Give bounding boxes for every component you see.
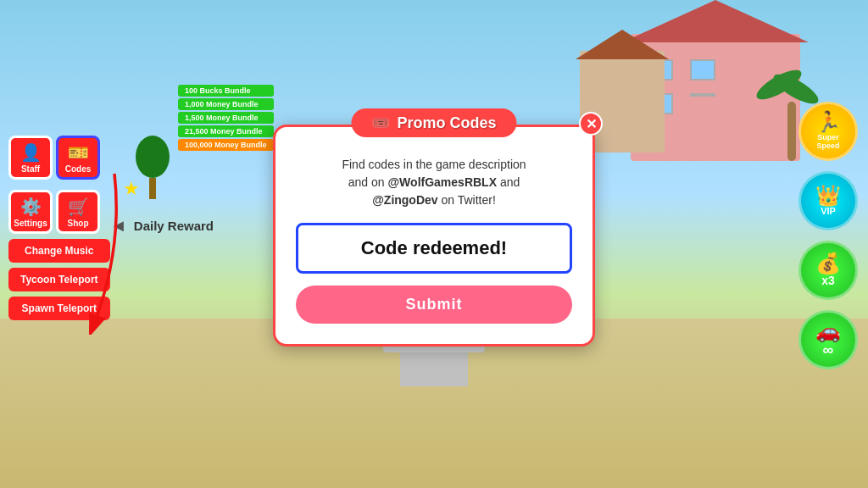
staff-label: Staff (21, 164, 40, 174)
tree-left (136, 136, 170, 199)
popup-title: Promo Codes (397, 114, 496, 132)
code-redeemed-area[interactable]: Code redeemed! (296, 223, 572, 274)
codes-button[interactable]: 🎫 Codes (56, 136, 100, 180)
right-sidebar: 🏃 SuperSpeed 👑 VIP 💰 x3 🚗 ∞ (798, 102, 858, 369)
staff-button[interactable]: 👤 Staff (8, 136, 53, 180)
bundle-item-3[interactable]: 1,500 Money Bundle (178, 112, 274, 124)
icon-button-row-1: 👤 Staff 🎫 Codes (8, 136, 110, 180)
super-speed-label: SuperSpeed (816, 134, 839, 151)
promo-codes-popup: 🎟️ Promo Codes ✕ Find codes in the game … (273, 125, 595, 347)
left-sidebar: 👤 Staff 🎫 Codes ⚙️ Settings 🛒 Shop Chang… (8, 136, 110, 320)
desc-line2: and on (348, 175, 388, 189)
bundle-item-5[interactable]: 100,000 Money Bundle (178, 139, 274, 151)
change-music-button[interactable]: Change Music (8, 239, 110, 263)
super-speed-icon: 🏃 (815, 112, 841, 132)
infinite-button[interactable]: 🚗 ∞ (798, 310, 858, 369)
daily-reward-arrow: ◄ (110, 216, 127, 236)
icon-button-row-2: ⚙️ Settings 🛒 Shop (8, 190, 110, 234)
codes-icon: 🎫 (68, 142, 89, 163)
money-bundles-panel: 100 Bucks Bundle 1,000 Money Bundle 1,50… (178, 85, 274, 151)
shop-icon: 🛒 (68, 197, 89, 217)
bundle-item-2[interactable]: 1,000 Money Bundle (178, 98, 274, 110)
daily-reward-label: Daily Reward (134, 219, 214, 233)
desc-twitter2: @ZingoDev (372, 193, 437, 207)
vip-icon: 👑 (815, 186, 841, 206)
shop-button[interactable]: 🛒 Shop (56, 190, 100, 234)
popup-header-icon: 🎟️ (371, 114, 390, 132)
settings-icon: ⚙️ (20, 197, 42, 217)
vip-button[interactable]: 👑 VIP (798, 171, 858, 230)
popup-close-button[interactable]: ✕ (579, 112, 603, 136)
vip-label: VIP (821, 206, 836, 216)
desc-twitter1: @WolfGamesRBLX (387, 175, 497, 189)
popup-description: Find codes in the game description and o… (296, 156, 572, 209)
x3-label: x3 (821, 274, 835, 287)
tycoon-teleport-button[interactable]: Tycoon Teleport (8, 268, 110, 291)
submit-button[interactable]: Submit (296, 286, 572, 324)
x3-icon: 💰 (815, 253, 841, 274)
bundle-item-4[interactable]: 21,500 Money Bundle (178, 125, 274, 137)
code-redeemed-text: Code redeemed! (361, 237, 507, 259)
infinite-icon: 🚗 (815, 321, 841, 341)
popup-header: 🎟️ Promo Codes (351, 108, 516, 137)
staff-icon: 👤 (20, 142, 42, 163)
settings-label: Settings (14, 219, 47, 228)
bundle-item-1[interactable]: 100 Bucks Bundle (178, 85, 274, 97)
desc-line4: on Twitter! (438, 193, 496, 207)
codes-label: Codes (65, 164, 92, 174)
spawn-teleport-button[interactable]: Spawn Teleport (8, 297, 110, 320)
settings-button[interactable]: ⚙️ Settings (8, 190, 53, 234)
yellow-star-icon: ★ (123, 178, 140, 200)
infinite-label: ∞ (823, 341, 834, 359)
shop-label: Shop (68, 219, 89, 228)
super-speed-button[interactable]: 🏃 SuperSpeed (798, 102, 858, 161)
desc-line1: Find codes in the game description (342, 158, 526, 171)
desc-line3: and (497, 175, 520, 189)
x3-button[interactable]: 💰 x3 (798, 241, 858, 300)
daily-reward-area: ◄ Daily Reward (110, 216, 214, 236)
